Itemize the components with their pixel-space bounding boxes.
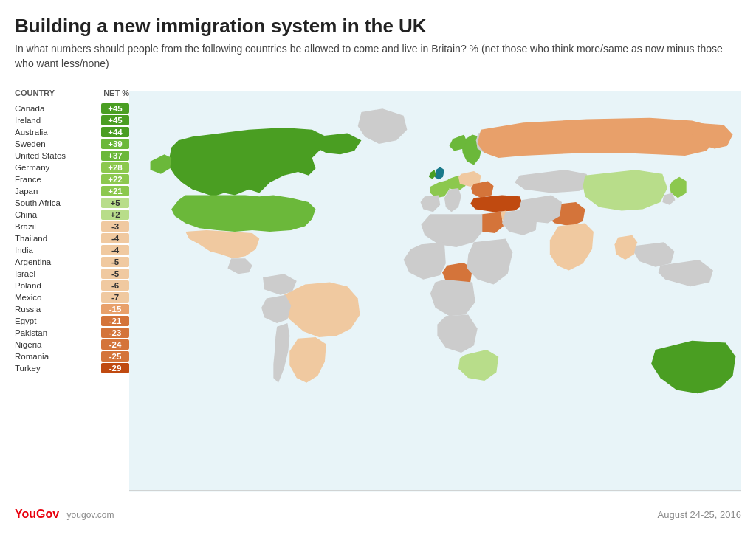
legend-item: Russia-15 xyxy=(15,304,129,314)
legend-net-value: +21 xyxy=(101,186,129,196)
legend-col2: NET % xyxy=(103,89,129,97)
legend-country-name: Russia xyxy=(15,305,41,314)
legend-net-value: -24 xyxy=(101,339,129,350)
legend: COUNTRY NET % Canada+45Ireland+45Austral… xyxy=(15,81,129,502)
legend-country-name: Sweden xyxy=(15,139,46,148)
legend-net-value: +45 xyxy=(101,115,129,125)
legend-item: Israel-5 xyxy=(15,269,129,279)
legend-country-name: Germany xyxy=(15,163,49,172)
legend-item: United States+37 xyxy=(15,151,129,161)
legend-net-value: -7 xyxy=(101,292,129,303)
page-container: Building a new immigration system in the… xyxy=(0,0,756,546)
legend-country-name: Japan xyxy=(15,187,38,196)
date-label: August 24-25, 2016 xyxy=(658,509,741,520)
legend-country-name: Nigeria xyxy=(15,340,41,349)
yougov-logo: YouGov xyxy=(15,508,63,520)
legend-item: Japan+21 xyxy=(15,186,129,196)
legend-item: Mexico-7 xyxy=(15,292,129,303)
legend-net-value: -5 xyxy=(101,257,129,267)
legend-net-value: -23 xyxy=(101,328,129,338)
legend-country-name: India xyxy=(15,246,33,255)
legend-item: Turkey-29 xyxy=(15,363,129,373)
legend-item: Ireland+45 xyxy=(15,115,129,125)
legend-item: Pakistan-23 xyxy=(15,328,129,338)
legend-country-name: Australia xyxy=(15,128,48,136)
legend-country-name: Mexico xyxy=(15,293,41,302)
footer-left: YouGov yougov.com xyxy=(15,508,114,521)
legend-net-value: +5 xyxy=(101,198,129,208)
legend-item: India-4 xyxy=(15,245,129,255)
legend-country-name: Canada xyxy=(15,104,44,113)
legend-country-name: France xyxy=(15,175,41,184)
legend-country-name: Turkey xyxy=(15,364,41,373)
legend-net-value: -21 xyxy=(101,316,129,326)
legend-net-value: +39 xyxy=(101,139,129,149)
legend-item: Brazil-3 xyxy=(15,221,129,232)
legend-country-name: Pakistan xyxy=(15,328,47,337)
legend-item: Sweden+39 xyxy=(15,139,129,149)
legend-net-value: +28 xyxy=(101,162,129,173)
legend-country-name: Egypt xyxy=(15,317,36,325)
legend-item: China+2 xyxy=(15,210,129,220)
legend-net-value: -3 xyxy=(101,221,129,232)
legend-country-name: United States xyxy=(15,151,66,160)
legend-country-name: China xyxy=(15,210,37,219)
legend-country-name: Poland xyxy=(15,281,41,290)
chart-subtitle: In what numbers should people from the f… xyxy=(15,42,741,71)
map-container xyxy=(129,81,741,502)
legend-net-value: -5 xyxy=(101,269,129,279)
legend-net-value: -4 xyxy=(101,245,129,255)
legend-country-name: Thailand xyxy=(15,234,47,243)
legend-net-value: +22 xyxy=(101,174,129,184)
legend-header: COUNTRY NET % xyxy=(15,89,129,99)
legend-item: Nigeria-24 xyxy=(15,339,129,350)
legend-item: Argentina-5 xyxy=(15,257,129,267)
legend-net-value: +44 xyxy=(101,127,129,137)
legend-country-name: Romania xyxy=(15,352,49,361)
legend-item: Thailand-4 xyxy=(15,233,129,243)
legend-net-value: +45 xyxy=(101,103,129,114)
legend-country-name: Brazil xyxy=(15,222,36,231)
legend-items: Canada+45Ireland+45Australia+44Sweden+39… xyxy=(15,103,129,373)
legend-item: Romania-25 xyxy=(15,351,129,362)
legend-net-value: -15 xyxy=(101,304,129,314)
legend-country-name: South Africa xyxy=(15,198,61,207)
legend-item: Poland-6 xyxy=(15,280,129,291)
legend-net-value: -25 xyxy=(101,351,129,362)
legend-country-name: Ireland xyxy=(15,116,41,125)
legend-net-value: +37 xyxy=(101,151,129,161)
legend-item: South Africa+5 xyxy=(15,198,129,208)
turkey-shape xyxy=(470,196,523,212)
content-area: COUNTRY NET % Canada+45Ireland+45Austral… xyxy=(15,81,741,502)
legend-col1: COUNTRY xyxy=(15,89,55,97)
legend-net-value: -29 xyxy=(101,363,129,373)
legend-item: France+22 xyxy=(15,174,129,184)
footer: YouGov yougov.com August 24-25, 2016 xyxy=(15,508,741,521)
legend-net-value: +2 xyxy=(101,210,129,220)
legend-net-value: -6 xyxy=(101,280,129,291)
legend-item: Germany+28 xyxy=(15,162,129,173)
legend-item: Australia+44 xyxy=(15,127,129,137)
legend-net-value: -4 xyxy=(101,233,129,243)
legend-item: Egypt-21 xyxy=(15,316,129,326)
legend-country-name: Argentina xyxy=(15,258,51,266)
chart-title: Building a new immigration system in the… xyxy=(15,15,741,38)
legend-item: Canada+45 xyxy=(15,103,129,114)
legend-country-name: Israel xyxy=(15,269,35,278)
world-map xyxy=(129,81,741,502)
yougov-site: yougov.com xyxy=(67,510,114,520)
